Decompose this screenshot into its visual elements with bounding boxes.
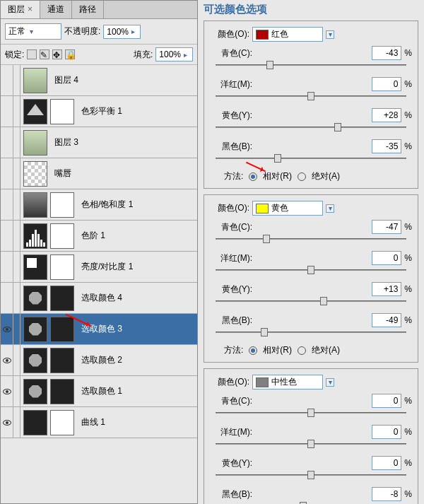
- mask-thumb[interactable]: [50, 286, 74, 311]
- slider-handle[interactable]: [307, 471, 314, 479]
- layer-thumb[interactable]: [23, 192, 47, 218]
- cyan-value-input[interactable]: [372, 46, 401, 60]
- layer-row[interactable]: 选取颜色 3: [1, 314, 197, 345]
- layer-thumb[interactable]: [23, 161, 47, 187]
- visibility-toggle[interactable]: [1, 158, 13, 189]
- slider-handle[interactable]: [334, 123, 341, 131]
- layer-name[interactable]: 选取颜色 2: [77, 354, 122, 366]
- mask-thumb[interactable]: [50, 379, 74, 404]
- layer-thumb[interactable]: [23, 317, 47, 342]
- cyan-slider[interactable]: [216, 408, 406, 418]
- mask-thumb[interactable]: [50, 410, 74, 435]
- layer-row[interactable]: 嘴唇: [1, 158, 197, 189]
- magenta-slider[interactable]: [216, 91, 406, 101]
- layer-row[interactable]: 选取颜色 2: [1, 345, 197, 376]
- visibility-toggle[interactable]: [1, 221, 13, 252]
- layer-row[interactable]: 图层 3: [1, 127, 197, 158]
- tab-paths[interactable]: 路径: [72, 1, 104, 18]
- yellow-slider[interactable]: [216, 122, 406, 132]
- mask-thumb[interactable]: [50, 99, 74, 124]
- chevron-down-icon[interactable]: ▾: [326, 30, 334, 39]
- mask-thumb[interactable]: [50, 254, 74, 280]
- absolute-radio[interactable]: [298, 346, 306, 355]
- layer-thumb[interactable]: [23, 99, 47, 124]
- layer-name[interactable]: 色彩平衡 1: [77, 105, 122, 117]
- lock-transparency-icon[interactable]: [27, 49, 37, 59]
- slider-handle[interactable]: [307, 409, 314, 417]
- layer-name[interactable]: 选取颜色 3: [77, 323, 122, 335]
- opacity-input[interactable]: 100%▸: [103, 25, 141, 39]
- layer-name[interactable]: 选取颜色 1: [77, 385, 122, 397]
- slider-handle[interactable]: [266, 61, 273, 69]
- chevron-down-icon[interactable]: ▾: [326, 204, 334, 213]
- black-slider[interactable]: [216, 501, 406, 504]
- mask-thumb[interactable]: [50, 317, 74, 342]
- yellow-value-input[interactable]: [372, 108, 401, 122]
- mask-thumb[interactable]: [50, 223, 74, 249]
- slider-handle[interactable]: [261, 328, 268, 336]
- magenta-slider[interactable]: [216, 439, 406, 449]
- slider-handle[interactable]: [320, 297, 327, 305]
- tab-layers[interactable]: 图层×: [1, 1, 40, 18]
- magenta-slider[interactable]: [216, 265, 406, 275]
- black-value-input[interactable]: [372, 487, 401, 501]
- layer-name[interactable]: 曲线 1: [77, 416, 105, 428]
- layer-row[interactable]: 选取颜色 1: [1, 376, 197, 407]
- cyan-value-input[interactable]: [372, 394, 401, 408]
- black-value-input[interactable]: [372, 139, 401, 153]
- magenta-value-input[interactable]: [372, 251, 401, 265]
- cyan-value-input[interactable]: [372, 220, 401, 234]
- mask-thumb[interactable]: [50, 348, 74, 373]
- layer-thumb[interactable]: [23, 379, 47, 404]
- layer-row[interactable]: 色阶 1: [1, 221, 197, 252]
- layer-row[interactable]: 图层 4: [1, 65, 197, 96]
- visibility-toggle[interactable]: [1, 96, 13, 127]
- black-slider[interactable]: [216, 327, 406, 337]
- layer-thumb[interactable]: [23, 130, 47, 156]
- chevron-down-icon[interactable]: ▾: [326, 378, 334, 387]
- visibility-toggle[interactable]: [1, 189, 13, 221]
- visibility-toggle[interactable]: [1, 283, 13, 314]
- visibility-toggle[interactable]: [1, 345, 13, 376]
- lock-position-icon[interactable]: ✥: [52, 49, 62, 59]
- lock-image-icon[interactable]: ✎: [40, 49, 49, 59]
- cyan-slider[interactable]: [216, 60, 406, 70]
- layer-name[interactable]: 选取颜色 4: [77, 292, 122, 304]
- lock-all-icon[interactable]: 🔒: [65, 49, 75, 59]
- layer-name[interactable]: 色阶 1: [77, 230, 105, 242]
- layer-thumb[interactable]: [23, 286, 47, 311]
- cyan-slider[interactable]: [216, 234, 406, 244]
- relative-radio[interactable]: [249, 172, 257, 181]
- absolute-radio[interactable]: [298, 172, 306, 181]
- slider-handle[interactable]: [307, 92, 314, 100]
- visibility-toggle[interactable]: [1, 407, 13, 438]
- layer-row[interactable]: 选取颜色 4: [1, 283, 197, 314]
- visibility-toggle[interactable]: [1, 376, 13, 407]
- visibility-toggle[interactable]: [1, 65, 13, 96]
- visibility-toggle[interactable]: [1, 314, 13, 345]
- visibility-toggle[interactable]: [1, 127, 13, 158]
- visibility-toggle[interactable]: [1, 252, 13, 283]
- yellow-slider[interactable]: [216, 470, 406, 480]
- magenta-value-input[interactable]: [372, 425, 401, 439]
- color-dropdown[interactable]: 黄色: [252, 201, 323, 216]
- slider-handle[interactable]: [274, 154, 281, 163]
- layer-name[interactable]: 图层 3: [50, 136, 78, 148]
- layer-row[interactable]: 曲线 1: [1, 407, 197, 438]
- mask-thumb[interactable]: [50, 192, 74, 218]
- layer-row[interactable]: 色相/饱和度 1: [1, 189, 197, 221]
- layer-thumb[interactable]: [23, 348, 47, 373]
- layer-row[interactable]: 亮度/对比度 1: [1, 252, 197, 283]
- layer-row[interactable]: 色彩平衡 1: [1, 96, 197, 127]
- tab-channels[interactable]: 通道: [40, 1, 72, 18]
- blend-mode-select[interactable]: 正常 ▾: [5, 23, 61, 40]
- slider-handle[interactable]: [307, 266, 314, 274]
- black-value-input[interactable]: [372, 313, 401, 327]
- layer-thumb[interactable]: [23, 68, 47, 93]
- yellow-value-input[interactable]: [372, 282, 401, 296]
- yellow-value-input[interactable]: [372, 456, 401, 470]
- fill-input[interactable]: 100%▸: [155, 47, 193, 61]
- layer-name[interactable]: 图层 4: [50, 74, 78, 86]
- slider-handle[interactable]: [307, 440, 314, 448]
- layer-name[interactable]: 亮度/对比度 1: [77, 261, 133, 273]
